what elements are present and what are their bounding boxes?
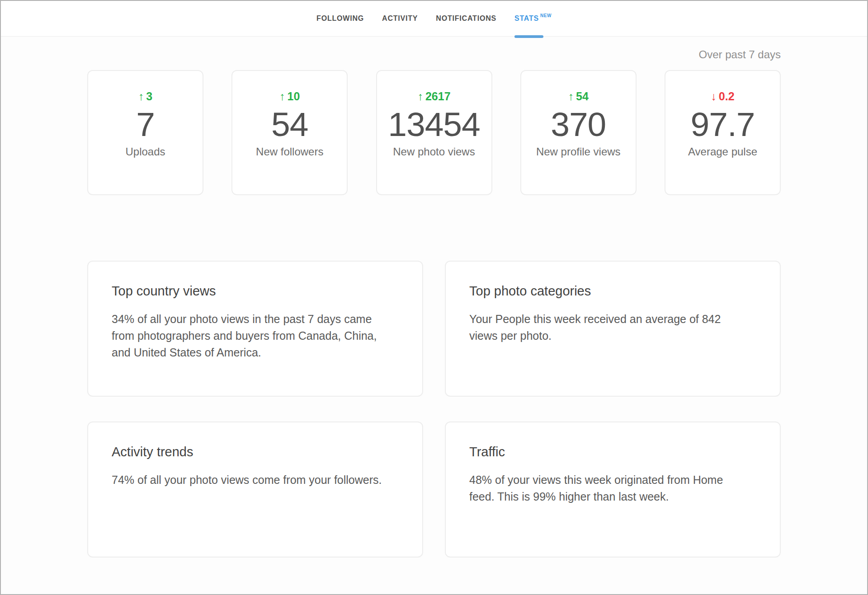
stat-label: New photo views bbox=[393, 145, 475, 158]
insight-title: Traffic bbox=[469, 444, 756, 460]
delta-badge: ↓0.2 bbox=[711, 91, 734, 102]
stat-value: 54 bbox=[271, 105, 308, 144]
insight-title: Top country views bbox=[112, 283, 399, 299]
tab-stats[interactable]: STATS NEW bbox=[514, 1, 552, 36]
insight-body: 34% of all your photo views in the past … bbox=[112, 311, 385, 361]
delta-value: 3 bbox=[146, 90, 152, 103]
insight-title: Activity trends bbox=[112, 444, 399, 460]
delta-badge: ↑54 bbox=[568, 91, 589, 102]
stat-value: 13454 bbox=[388, 105, 480, 144]
insight-card-activity-trends: Activity trends 74% of all your photo vi… bbox=[87, 422, 423, 558]
period-label: Over past 7 days bbox=[87, 48, 781, 60]
tab-stats-label: STATS bbox=[514, 14, 539, 23]
tab-notifications-label: NOTIFICATIONS bbox=[436, 14, 496, 23]
active-tab-underline-indicator bbox=[514, 35, 543, 38]
insight-card-top-photo-categories: Top photo categories Your People this we… bbox=[445, 261, 781, 397]
down-arrow-icon: ↓ bbox=[711, 90, 717, 103]
delta-value: 10 bbox=[288, 90, 300, 103]
up-arrow-icon: ↑ bbox=[138, 90, 144, 103]
insights-grid: Top country views 34% of all your photo … bbox=[87, 261, 781, 558]
delta-badge: ↑10 bbox=[279, 91, 300, 102]
stat-label: New followers bbox=[256, 145, 323, 158]
stat-card-new-profile-views: ↑54 370 New profile views bbox=[520, 70, 637, 195]
stat-label: Average pulse bbox=[688, 145, 757, 158]
stat-value: 97.7 bbox=[691, 105, 755, 144]
stat-card-new-followers: ↑10 54 New followers bbox=[231, 70, 348, 195]
insight-card-top-country-views: Top country views 34% of all your photo … bbox=[87, 261, 423, 397]
stat-card-new-photo-views: ↑2617 13454 New photo views bbox=[376, 70, 492, 195]
stats-page: Over past 7 days ↑3 7 Uploads ↑10 54 New… bbox=[87, 48, 781, 558]
insight-body: Your People this week received an averag… bbox=[469, 311, 743, 344]
insight-body: 48% of your views this week originated f… bbox=[469, 472, 743, 505]
tab-following-label: FOLLOWING bbox=[316, 14, 364, 23]
stat-card-uploads: ↑3 7 Uploads bbox=[87, 70, 203, 195]
up-arrow-icon: ↑ bbox=[417, 90, 423, 103]
top-nav: FOLLOWING ACTIVITY NOTIFICATIONS STATS N… bbox=[1, 1, 867, 37]
stat-label: New profile views bbox=[536, 145, 621, 158]
delta-value: 2617 bbox=[425, 90, 451, 103]
up-arrow-icon: ↑ bbox=[568, 90, 574, 103]
insight-title: Top photo categories bbox=[469, 283, 756, 299]
stats-summary-row: ↑3 7 Uploads ↑10 54 New followers ↑2617 … bbox=[87, 70, 781, 195]
delta-value: 0.2 bbox=[719, 90, 735, 103]
new-badge: NEW bbox=[540, 13, 552, 18]
tab-following[interactable]: FOLLOWING bbox=[316, 1, 364, 36]
stat-label: Uploads bbox=[125, 145, 165, 158]
tab-activity-label: ACTIVITY bbox=[382, 14, 418, 23]
delta-badge: ↑2617 bbox=[417, 91, 450, 102]
tab-notifications[interactable]: NOTIFICATIONS bbox=[436, 1, 496, 36]
delta-badge: ↑3 bbox=[138, 91, 152, 102]
delta-value: 54 bbox=[576, 90, 589, 103]
up-arrow-icon: ↑ bbox=[279, 90, 285, 103]
tab-activity[interactable]: ACTIVITY bbox=[382, 1, 418, 36]
stat-card-average-pulse: ↓0.2 97.7 Average pulse bbox=[665, 70, 781, 195]
stat-value: 7 bbox=[136, 105, 155, 144]
stat-value: 370 bbox=[551, 105, 606, 144]
insight-card-traffic: Traffic 48% of your views this week orig… bbox=[445, 422, 781, 558]
insight-body: 74% of all your photo views come from yo… bbox=[112, 472, 385, 488]
